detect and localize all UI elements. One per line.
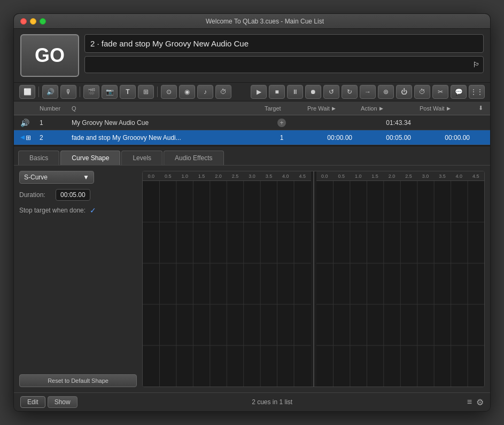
row1-number: 1 [35, 117, 67, 129]
col-target: Target [260, 104, 303, 113]
toolbar-mic-btn[interactable]: 🎙 [60, 85, 76, 99]
col-postwait: Post Wait ▶ [415, 104, 474, 113]
transport-rewind-btn[interactable]: ↺ [323, 85, 339, 99]
transport-target-btn[interactable]: ⊛ [378, 85, 394, 99]
row2-prewait: 00:00.00 [303, 132, 356, 144]
edit-button[interactable]: Edit [20, 396, 45, 408]
right-chart-grid [316, 181, 485, 387]
toolbar-audio-btn[interactable]: 🔊 [42, 85, 58, 99]
row2-postwait: 00:00.00 [415, 132, 474, 144]
toolbar-target-btn[interactable]: ⊙ [161, 85, 177, 99]
row1-target: + [260, 116, 303, 129]
transport-time-btn[interactable]: ⏱ [414, 85, 430, 99]
toolbar-clock-btn[interactable]: ⏱ [215, 85, 231, 99]
status-right: ≡ ⚙ [467, 397, 484, 407]
left-chart-svg [143, 181, 311, 387]
close-button[interactable] [20, 18, 27, 25]
stop-target-row: Stop target when done: ✓ [19, 206, 137, 215]
toolbar: ⬜ 🔊 🎙 🎬 📷 T ⊞ ⊙ ◉ ♪ ⏱ ▶ ■ ⏸ ⏺ ↺ ↻ → ⊛ ⏻ … [14, 82, 490, 101]
cue-count: 2 cues in 1 list [252, 398, 292, 406]
row2-target: 1 [260, 132, 303, 144]
col-action: Action ▶ [356, 104, 415, 113]
list-view-icon[interactable]: ≡ [467, 397, 472, 407]
right-axis-row: 0.0 0.5 1.0 1.5 2.0 2.5 3.0 3.5 4.0 4.5 [316, 171, 485, 181]
col-number: Number [35, 104, 67, 113]
right-chart-svg [316, 181, 485, 387]
main-window: Welcome To QLab 3.cues - Main Cue List G… [13, 13, 491, 412]
transport-play-btn[interactable]: ▶ [251, 85, 267, 99]
tab-levels[interactable]: Levels [121, 151, 162, 165]
duration-row: Duration: 00:05.00 [19, 189, 137, 201]
settings-icon[interactable]: ⚙ [476, 397, 484, 407]
add-target-icon[interactable]: + [277, 119, 286, 127]
transport-next-btn[interactable]: → [360, 85, 376, 99]
flag-icon: 🏳 [472, 60, 480, 69]
go-button[interactable]: GO [20, 34, 79, 77]
duration-value[interactable]: 00:05.00 [56, 189, 90, 201]
table-row[interactable]: ⊞ 2 fade and stop My Grooovy New Audi...… [14, 130, 490, 145]
transport-power-btn[interactable]: ⏻ [396, 85, 412, 99]
col-q: Q [67, 104, 260, 113]
transport-grid-btn[interactable]: ⋮⋮ [469, 85, 485, 99]
tab-curve-shape[interactable]: Curve Shape [60, 151, 120, 165]
col-icon [14, 104, 35, 113]
status-bar: Edit Show 2 cues in 1 list ≡ ⚙ [14, 392, 490, 411]
transport-fwd-btn[interactable]: ↻ [342, 85, 358, 99]
left-chart-panel: 0.0 0.5 1.0 1.5 2.0 2.5 3.0 3.5 4.0 4.5 [143, 171, 311, 387]
tab-audio-effects[interactable]: Audio Effects [164, 151, 224, 165]
toolbar-mixer-btn[interactable]: ⊞ [138, 85, 154, 99]
traffic-lights [20, 18, 46, 25]
transport-chat-btn[interactable]: 💬 [451, 85, 467, 99]
row1-icon: 🔊 [14, 116, 35, 129]
progress-bar: 🏳 [84, 56, 484, 73]
reset-shape-button[interactable]: Reset to Default Shape [19, 374, 137, 387]
tabs-bar: Basics Curve Shape Levels Audio Effects [14, 146, 490, 166]
stop-target-checkbox[interactable]: ✓ [90, 206, 96, 215]
transport-record-btn[interactable]: ⏺ [305, 85, 321, 99]
stop-target-label: Stop target when done: [19, 207, 86, 214]
right-chart-panel: 0.0 0.5 1.0 1.5 2.0 2.5 3.0 3.5 4.0 4.5 [316, 171, 485, 387]
curve-type-label: S-Curve [24, 174, 48, 181]
toolbar-sep3 [157, 86, 158, 97]
toolbar-music-btn[interactable]: ♪ [197, 85, 213, 99]
toolbar-net-btn[interactable]: ◉ [179, 85, 195, 99]
show-button[interactable]: Show [48, 396, 77, 408]
status-left: Edit Show [20, 396, 77, 408]
window-title: Welcome To QLab 3.cues - Main Cue List [46, 18, 484, 25]
row-indicator [20, 136, 25, 140]
left-chart-grid [143, 181, 311, 387]
tab-basics[interactable]: Basics [18, 151, 59, 165]
toolbar-sep1 [38, 86, 39, 97]
dropdown-arrow-icon: ▼ [83, 174, 89, 181]
charts-area: 0.0 0.5 1.0 1.5 2.0 2.5 3.0 3.5 4.0 4.5 [142, 171, 485, 387]
left-controls: S-Curve ▼ Duration: 00:05.00 Stop target… [19, 171, 137, 387]
toolbar-video-btn[interactable]: 🎬 [83, 85, 99, 99]
toolbar-rect-btn[interactable]: ⬜ [19, 85, 35, 99]
minimize-button[interactable] [30, 18, 36, 25]
row2-extra [474, 136, 490, 140]
row1-prewait [303, 121, 356, 125]
row2-icon: ⊞ [26, 134, 31, 141]
duration-label: Duration: [19, 191, 51, 199]
cue-info-area: 2 · fade and stop My Groovy New Audio Cu… [84, 34, 484, 73]
transport-stop-btn[interactable]: ■ [269, 85, 285, 99]
cue-name-bar: 2 · fade and stop My Groovy New Audio Cu… [84, 34, 484, 53]
titlebar: Welcome To QLab 3.cues - Main Cue List [14, 14, 490, 29]
transport-pause-btn[interactable]: ⏸ [287, 85, 303, 99]
curve-type-dropdown[interactable]: S-Curve ▼ [19, 171, 94, 184]
table-row[interactable]: 🔊 1 My Groovy New Audio Cue + 01:43.34 [14, 115, 490, 130]
table-header: Number Q Target Pre Wait ▶ Action ▶ Post… [14, 101, 490, 115]
go-label: GO [35, 44, 65, 67]
transport-cut-btn[interactable]: ✂ [432, 85, 448, 99]
transport-controls: ▶ ■ ⏸ ⏺ ↺ ↻ → ⊛ ⏻ ⏱ ✂ 💬 ⋮⋮ [251, 85, 485, 99]
row2-q: fade and stop My Grooovy New Audi... [67, 132, 260, 144]
maximize-button[interactable] [40, 18, 46, 25]
cue-list: Number Q Target Pre Wait ▶ Action ▶ Post… [14, 101, 490, 145]
row1-postwait [415, 121, 474, 125]
header-area: GO 2 · fade and stop My Groovy New Audio… [14, 29, 490, 82]
toolbar-camera-btn[interactable]: 📷 [102, 85, 118, 99]
col-prewait: Pre Wait ▶ [303, 104, 356, 113]
chart-divider [313, 171, 314, 387]
row1-q: My Groovy New Audio Cue [67, 117, 260, 129]
toolbar-text-btn[interactable]: T [120, 85, 136, 99]
